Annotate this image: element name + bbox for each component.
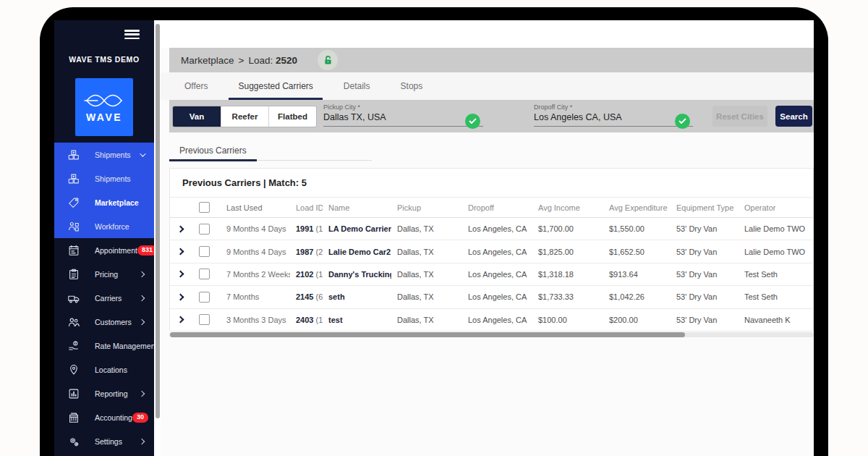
subtab-previous-carriers[interactable]: Previous Carriers: [169, 141, 257, 161]
sidebar-item-rate-management[interactable]: Rate Management: [54, 334, 154, 358]
col-dropoff[interactable]: Dropoff: [462, 203, 532, 212]
vertical-scrollbar-thumb[interactable]: [156, 24, 160, 418]
tab-stops[interactable]: Stops: [391, 72, 433, 100]
row-expand-button[interactable]: [170, 317, 190, 322]
top-strip: [161, 20, 814, 48]
equipment-option-van[interactable]: Van: [173, 106, 221, 127]
breadcrumb-bar: Marketplace>Load: 2520: [169, 48, 814, 72]
col-load-id[interactable]: Load ID: [290, 203, 323, 212]
chevron-right-icon: [176, 316, 184, 324]
pickup-city-field[interactable]: Pickup City * Dallas TX, USA: [323, 104, 483, 127]
table-row[interactable]: 9 Months 4 Days 1991 (1) LA Demo Carrier…: [170, 218, 813, 240]
cell-dropoff: Los Angeles, CA: [462, 270, 532, 279]
row-checkbox[interactable]: [190, 269, 218, 279]
locations-icon: [67, 363, 82, 376]
unlock-status[interactable]: [318, 50, 338, 70]
pickup-city-input[interactable]: Dallas TX, USA: [323, 112, 483, 127]
sidebar-item-settings[interactable]: Settings: [54, 429, 154, 453]
rate-management-icon: [67, 339, 82, 352]
row-checkbox[interactable]: [190, 314, 218, 325]
tab-offers[interactable]: Offers: [175, 72, 217, 100]
dropoff-city-field[interactable]: Dropoff City * Los Angeles CA, USA: [534, 104, 693, 127]
select-all-checkbox[interactable]: [190, 202, 218, 213]
sidebar-item-accounting[interactable]: Accounting 30: [54, 405, 154, 429]
horizontal-scrollbar-thumb[interactable]: [170, 332, 685, 337]
sidebar-item-label: Pricing: [95, 270, 118, 279]
table-row[interactable]: 7 Months 2 Weeks 2102 (11) Danny's Truck…: [170, 263, 813, 286]
reset-cities-button[interactable]: Reset Cities: [712, 106, 767, 127]
dropoff-city-input[interactable]: Los Angeles CA, USA: [534, 112, 693, 127]
row-expand-button[interactable]: [170, 271, 190, 276]
marketplace-icon: [67, 196, 82, 209]
wave-logo: WAVE: [75, 78, 133, 136]
sidebar-item-workforce[interactable]: Workforce: [54, 214, 154, 238]
app-brand: WAVE TMS DEMO: [54, 55, 154, 64]
tab-details[interactable]: Details: [334, 72, 380, 100]
tab-suggested-carriers[interactable]: Suggested Carriers: [229, 72, 322, 100]
cell-operator: Lalie Demo TWO: [739, 248, 814, 256]
sidebar: WAVE TMS DEMO WAVE: [54, 20, 154, 456]
tab-bar: Offers Suggested Carriers Details Stops: [161, 72, 814, 100]
hamburger-menu-icon[interactable]: [124, 30, 140, 39]
table-row[interactable]: 7 Months 2145 (6) seth Dallas, TX Los An…: [170, 286, 813, 308]
horizontal-scrollbar[interactable]: [169, 332, 814, 337]
card-title: Previous Carriers | Match: 5: [170, 169, 813, 198]
cell-operator: Test Seth: [739, 270, 814, 279]
col-equipment-type[interactable]: Equipment Type: [671, 203, 739, 212]
carriers-icon: [67, 292, 82, 305]
cell-dropoff: Los Angeles, CA: [462, 292, 532, 301]
equipment-option-flatbed[interactable]: Flatbed: [268, 106, 316, 127]
sidebar-item-locations[interactable]: Locations: [54, 358, 154, 381]
cell-equipment-type: 53' Dry Van: [671, 270, 739, 279]
workforce-icon: [67, 220, 82, 233]
table-row[interactable]: 9 Months 4 Days 1987 (2) Lalie Demo Car2…: [170, 240, 813, 263]
customers-icon: [67, 316, 82, 329]
cell-name[interactable]: test: [323, 316, 391, 324]
filter-bar: Van Reefer Flatbed Pickup City * Dallas …: [169, 100, 814, 132]
sidebar-item-label: Shipments: [95, 151, 131, 159]
row-checkbox[interactable]: [190, 292, 218, 303]
cell-last-used: 3 Months 3 Days: [218, 316, 290, 324]
row-expand-button[interactable]: [170, 227, 190, 232]
col-pickup[interactable]: Pickup: [391, 203, 462, 212]
cell-name[interactable]: seth: [323, 292, 391, 301]
previous-carriers-card: Previous Carriers | Match: 5 Last Used L…: [169, 168, 814, 331]
dropoff-valid-check-icon: [675, 114, 690, 129]
col-avg-expenditure[interactable]: Avg Expenditure: [603, 203, 671, 212]
cell-equipment-type: 53' Dry Van: [671, 292, 739, 301]
cell-operator: Lalie Demo TWO: [739, 224, 814, 233]
sidebar-item-customers[interactable]: Customers: [54, 310, 154, 334]
cell-name[interactable]: Lalie Demo Car2: [323, 248, 391, 256]
cell-pickup: Dallas, TX: [391, 224, 462, 233]
sidebar-item-pricing[interactable]: Pricing: [54, 262, 154, 286]
row-checkbox[interactable]: [190, 224, 218, 235]
cell-pickup: Dallas, TX: [391, 292, 462, 301]
table-row[interactable]: 3 Months 3 Days 2403 (1) test Dallas, TX…: [170, 309, 813, 332]
sidebar-item-marketplace[interactable]: Marketplace: [54, 190, 154, 214]
row-expand-button[interactable]: [170, 295, 190, 300]
cell-load-id: 2145 (6): [290, 292, 323, 301]
breadcrumb-section[interactable]: Marketplace: [181, 55, 234, 66]
vertical-scrollbar[interactable]: [154, 20, 161, 456]
sidebar-item-shipments[interactable]: Shipments: [54, 166, 154, 190]
sidebar-item-reporting[interactable]: Reporting: [54, 381, 154, 405]
row-checkbox[interactable]: [190, 246, 218, 257]
sidebar-item-carriers[interactable]: Carriers: [54, 286, 154, 310]
equipment-option-reefer[interactable]: Reefer: [221, 106, 268, 127]
sidebar-item-appointment[interactable]: Appointment 831: [54, 238, 154, 262]
sidebar-item-label: Shipments: [95, 174, 131, 183]
col-operator[interactable]: Operator: [739, 203, 814, 212]
sidebar-item-shipments-group[interactable]: Shipments: [54, 143, 154, 166]
cell-load-id: 1991 (1): [290, 224, 323, 233]
search-button[interactable]: Search: [775, 106, 812, 127]
col-avg-income[interactable]: Avg Income: [532, 203, 603, 212]
cell-avg-income: $1,700.00: [532, 224, 603, 233]
cell-name[interactable]: Danny's Trucking Inc: [323, 270, 391, 279]
cell-name[interactable]: LA Demo Carrier: [323, 224, 391, 233]
chevron-right-icon: [176, 293, 184, 300]
cell-avg-expenditure: $200.00: [603, 316, 671, 324]
col-last-used[interactable]: Last Used: [218, 203, 290, 212]
cell-dropoff: Los Angeles, CA: [462, 224, 532, 233]
row-expand-button[interactable]: [170, 249, 190, 254]
col-name[interactable]: Name: [323, 203, 391, 212]
